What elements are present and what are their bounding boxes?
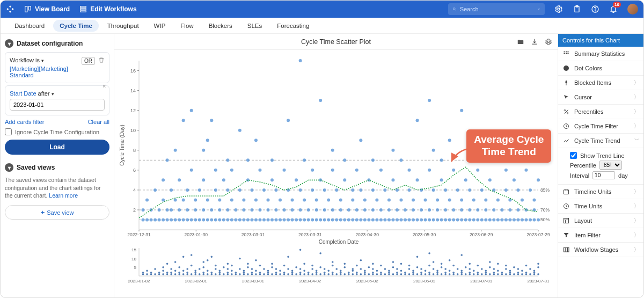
folder-icon[interactable] — [517, 38, 524, 46]
svg-point-540 — [420, 273, 422, 275]
svg-point-325 — [529, 188, 532, 192]
svg-point-236 — [399, 158, 402, 162]
tab-wip[interactable]: WIP — [148, 20, 172, 32]
edit-workflows-button[interactable]: Edit Workflows — [79, 5, 136, 13]
svg-point-271 — [448, 139, 451, 142]
svg-point-309 — [504, 188, 508, 192]
svg-point-466 — [311, 265, 313, 267]
svg-point-388 — [202, 266, 204, 268]
trash-icon[interactable] — [98, 57, 105, 63]
add-cards-filter[interactable]: Add cards filter — [5, 119, 44, 125]
workflow-value[interactable]: [Marketing][Marketing] Standard — [10, 66, 69, 78]
svg-point-167 — [303, 218, 306, 221]
svg-point-633 — [564, 110, 566, 111]
control-cycle-time-trend[interactable]: Cycle Time Trend〉 — [558, 134, 643, 148]
svg-point-163 — [299, 218, 302, 221]
gear-icon[interactable] — [554, 5, 563, 13]
saved-views-header[interactable]: ▾ Saved views — [5, 163, 109, 172]
svg-point-486 — [340, 270, 342, 272]
right-panel: Controls for this Chart Summary Statisti… — [558, 34, 643, 297]
svg-point-460 — [303, 270, 305, 272]
percentile-row[interactable]: Percentile85% — [570, 161, 639, 170]
svg-point-520 — [392, 273, 394, 275]
svg-point-496 — [356, 272, 358, 274]
interval-row[interactable]: Intervalday — [570, 171, 639, 179]
app-logo-icon[interactable] — [6, 5, 14, 13]
control-summary-statistics[interactable]: Summary Statistics — [558, 47, 643, 61]
svg-point-319 — [521, 218, 524, 221]
dataset-config-header[interactable]: ▾ Dataset configuration — [5, 39, 109, 48]
save-view-button[interactable]: +Save view — [5, 205, 109, 220]
avatar[interactable] — [627, 4, 638, 14]
learn-more-link[interactable]: Learn more — [49, 192, 78, 199]
svg-point-112 — [226, 218, 229, 221]
svg-point-457 — [299, 268, 302, 270]
close-icon[interactable]: × — [103, 83, 110, 90]
svg-point-247 — [416, 119, 419, 122]
collapse-icon[interactable]: ▾ — [5, 163, 13, 172]
svg-rect-638 — [564, 190, 569, 194]
tab-cycle-time[interactable]: Cycle Time — [53, 20, 99, 32]
svg-point-606 — [513, 273, 515, 275]
load-button[interactable]: Load — [5, 140, 109, 155]
control-layout[interactable]: Layout〉 — [558, 214, 643, 228]
clear-all[interactable]: Clear all — [88, 119, 109, 125]
svg-point-386 — [202, 273, 204, 275]
control-percentiles[interactable]: Percentiles〉 — [558, 105, 643, 119]
tab-forecasting[interactable]: Forecasting — [270, 20, 316, 32]
show-trend-checkbox[interactable]: Show Trend Line — [570, 152, 639, 159]
tab-sles[interactable]: SLEs — [241, 20, 269, 32]
tab-flow[interactable]: Flow — [174, 20, 200, 32]
download-icon[interactable] — [531, 38, 538, 46]
svg-point-444 — [283, 273, 286, 275]
chevron-down-icon[interactable] — [537, 6, 540, 12]
control-item-filter[interactable]: Item Filter〉 — [558, 228, 643, 243]
or-pill[interactable]: OR — [82, 57, 95, 65]
svg-point-129 — [246, 158, 250, 162]
svg-point-390 — [207, 273, 209, 275]
svg-point-555 — [441, 273, 443, 275]
startdate-input[interactable] — [10, 99, 105, 111]
svg-text:Cycle Time (Day): Cycle Time (Day) — [119, 125, 125, 166]
tab-throughput[interactable]: Throughput — [101, 20, 145, 32]
view-board-button[interactable]: View Board — [24, 5, 70, 13]
control-timeline-units[interactable]: Timeline Units〉 — [558, 185, 643, 199]
control-blocked-items[interactable]: Blocked Items〉 — [558, 76, 643, 90]
collapse-icon[interactable]: ▾ — [5, 39, 13, 48]
search-input[interactable] — [448, 3, 545, 15]
search-field[interactable] — [460, 6, 534, 12]
svg-point-256 — [428, 99, 431, 102]
svg-point-442 — [279, 273, 281, 275]
help-icon[interactable] — [591, 5, 599, 13]
clipboard-icon[interactable] — [573, 5, 581, 13]
ignore-config-checkbox[interactable]: Ignore Cycle Time Configuration — [5, 128, 109, 135]
svg-point-160 — [291, 198, 294, 201]
control-time-units[interactable]: Time Units〉 — [558, 199, 643, 214]
tab-dashboard[interactable]: Dashboard — [8, 20, 51, 32]
svg-point-353 — [154, 273, 156, 275]
svg-text:2023-07-01: 2023-07-01 — [470, 279, 492, 284]
svg-point-575 — [469, 273, 471, 275]
svg-point-483 — [335, 268, 338, 270]
svg-point-146 — [270, 158, 274, 162]
control-cursor[interactable]: Cursor〉 — [558, 90, 643, 105]
scatter-chart[interactable]: 2468101214162022-12-312023-01-302023-03-… — [118, 55, 554, 295]
svg-line-6 — [455, 10, 456, 11]
bell-icon[interactable]: 10 — [609, 5, 618, 13]
svg-point-92 — [198, 218, 201, 221]
control-cycle-time-filter[interactable]: Cycle Time Filter〉 — [558, 119, 643, 134]
svg-point-407 — [227, 263, 229, 265]
gear-icon[interactable] — [545, 38, 552, 46]
tab-blockers[interactable]: Blockers — [202, 20, 239, 32]
control-workflow-stages[interactable]: Workflow Stages〉 — [558, 243, 643, 257]
svg-point-400 — [219, 272, 221, 274]
svg-point-615 — [525, 265, 528, 267]
workflow-label[interactable]: Workflow is ▾ — [10, 57, 78, 63]
svg-point-118 — [230, 169, 233, 172]
svg-point-406 — [227, 268, 229, 270]
svg-point-150 — [279, 218, 282, 221]
control-dot-colors[interactable]: Dot Colors — [558, 61, 643, 76]
svg-text:2023-04-30: 2023-04-30 — [355, 232, 379, 237]
svg-point-504 — [368, 273, 370, 275]
startdate-label[interactable]: Start Date after ▾ — [10, 90, 105, 97]
